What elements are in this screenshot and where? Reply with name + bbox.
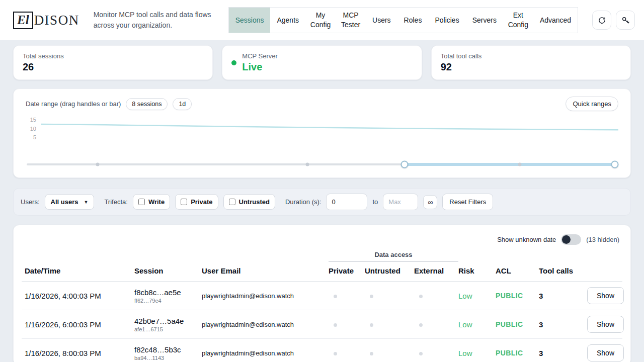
cell-untrusted — [365, 291, 414, 300]
cell-datetime: 1/16/2026, 6:00:03 PM — [25, 320, 134, 329]
date-range-header: Date range (drag handles or bar) 8 sessi… — [26, 97, 618, 111]
write-filter-label: Write — [148, 198, 165, 206]
cell-acl: PUBLIC — [496, 349, 539, 357]
table-row: 1/16/2026, 4:00:03 PM f8cb8c…ae5e ff62…7… — [22, 282, 622, 310]
data-access-group-header: Data access — [329, 251, 458, 262]
cell-datetime: 1/16/2026, 8:00:03 PM — [25, 349, 134, 357]
duration-max-input[interactable] — [383, 194, 418, 210]
cell-tool-calls: 3 — [539, 292, 587, 300]
show-button[interactable]: Show — [587, 287, 624, 304]
chart-line — [41, 124, 618, 130]
date-range-slider[interactable] — [27, 160, 617, 168]
tab-advanced[interactable]: Advanced — [533, 8, 578, 33]
untrusted-filter[interactable]: Untrusted — [223, 194, 275, 210]
show-button[interactable]: Show — [587, 316, 624, 333]
tab-users[interactable]: Users — [366, 8, 397, 33]
app-tagline: Monitor MCP tool calls and data flows ac… — [94, 10, 214, 31]
refresh-button[interactable] — [592, 11, 611, 30]
private-checkbox[interactable] — [181, 199, 187, 205]
cell-session: f82c48…5b3c ba94…1143 — [134, 345, 202, 361]
date-range-panel: Date range (drag handles or bar) 8 sessi… — [13, 88, 631, 178]
chevron-down-icon: ▼ — [84, 200, 88, 205]
cell-risk: Low — [458, 320, 496, 329]
session-count-badge: 8 sessions — [126, 98, 168, 110]
stat-label: MCP Server — [242, 52, 278, 60]
tab-roles[interactable]: Roles — [397, 8, 429, 33]
tab-sessions[interactable]: Sessions — [229, 8, 271, 33]
table-controls: Show unknown date (13 hidden) — [22, 232, 622, 251]
tab-agents[interactable]: Agents — [270, 8, 305, 33]
trifecta-filter-label: Trifecta: — [104, 198, 127, 206]
session-sub-id: ba94…1143 — [134, 355, 202, 361]
reset-filters-button[interactable]: Reset Filters — [442, 194, 493, 210]
tab-my-config[interactable]: My Config — [305, 8, 336, 33]
col-untrusted: Untrusted — [365, 266, 414, 275]
write-checkbox[interactable] — [138, 199, 145, 205]
private-indicator-dot — [334, 295, 337, 298]
api-key-button[interactable] — [616, 11, 635, 30]
app-header: El DISON Monitor MCP tool calls and data… — [0, 0, 644, 40]
cell-risk: Low — [458, 349, 496, 357]
table-header: Date/Time Session User Email Private Unt… — [22, 262, 622, 282]
show-unknown-date-toggle[interactable] — [561, 234, 581, 245]
col-risk: Risk — [458, 266, 496, 275]
users-filter-label: Users: — [21, 198, 40, 206]
key-icon — [621, 16, 630, 25]
quick-ranges-button[interactable]: Quick ranges — [566, 97, 618, 111]
session-id: 42b0e7…5a4e — [134, 317, 202, 325]
table-row: 1/16/2026, 8:00:03 PM f82c48…5b3c ba94…1… — [22, 339, 622, 362]
duration-min-input[interactable] — [326, 194, 367, 210]
col-external: External — [414, 266, 458, 275]
live-status-dot — [231, 60, 236, 65]
refresh-icon — [598, 16, 606, 25]
stat-label: Total sessions — [23, 52, 64, 60]
write-filter[interactable]: Write — [133, 194, 170, 210]
tab-ext-config[interactable]: Ext Config — [503, 8, 533, 33]
tab-policies[interactable]: Policies — [428, 8, 465, 33]
slider-handle-right[interactable] — [611, 161, 619, 168]
stat-total-tool-calls: Total tool calls 92 — [431, 45, 631, 80]
sessions-table-panel: Show unknown date (13 hidden) Data acces… — [13, 225, 631, 362]
untrusted-filter-label: Untrusted — [239, 198, 270, 206]
untrusted-indicator-dot — [370, 323, 373, 327]
slider-handle-left[interactable] — [401, 161, 409, 168]
external-indicator-dot — [419, 295, 423, 298]
cell-acl: PUBLIC — [496, 320, 539, 328]
session-id: f8cb8c…ae5e — [134, 288, 202, 297]
session-sub-id: ff62…79e4 — [134, 298, 202, 304]
cell-email: playwrightadmin@edison.watch — [202, 292, 329, 300]
cell-acl: PUBLIC — [496, 292, 539, 300]
stat-value: 26 — [23, 61, 64, 73]
cell-risk: Low — [458, 292, 496, 300]
users-select[interactable]: All users ▼ — [45, 194, 95, 210]
toggle-knob — [562, 235, 571, 244]
stat-value: 92 — [441, 61, 482, 73]
hidden-count: (13 hidden) — [586, 236, 619, 243]
cell-external — [414, 291, 458, 300]
tab-servers[interactable]: Servers — [466, 8, 503, 33]
show-unknown-date-label: Show unknown date — [497, 236, 556, 243]
duration-filter-label: Duration (s): — [285, 198, 321, 206]
cell-email: playwrightadmin@edison.watch — [202, 349, 329, 357]
infinity-button[interactable]: ∞ — [423, 195, 437, 209]
untrusted-indicator-dot — [370, 352, 373, 355]
cell-untrusted — [365, 320, 414, 329]
tab-mcp-tester[interactable]: MCP Tester — [336, 8, 366, 33]
external-indicator-dot — [419, 323, 423, 327]
cell-private — [329, 291, 365, 300]
cell-email: playwrightadmin@edison.watch — [202, 321, 329, 328]
cell-private — [329, 348, 365, 357]
untrusted-checkbox[interactable] — [229, 199, 235, 205]
private-filter[interactable]: Private — [175, 194, 218, 210]
show-button[interactable]: Show — [587, 344, 624, 361]
stat-label: Total tool calls — [441, 52, 482, 60]
external-indicator-dot — [419, 352, 423, 355]
stat-body: MCP Server Live — [242, 52, 278, 73]
interval-badge: 1d — [173, 98, 192, 110]
cell-private — [329, 320, 365, 329]
untrusted-indicator-dot — [370, 295, 373, 298]
cell-datetime: 1/16/2026, 4:00:03 PM — [25, 292, 134, 300]
slider-selected-range[interactable] — [405, 163, 615, 166]
session-id: f82c48…5b3c — [134, 345, 202, 354]
chart-ytick: 10 — [30, 126, 36, 132]
